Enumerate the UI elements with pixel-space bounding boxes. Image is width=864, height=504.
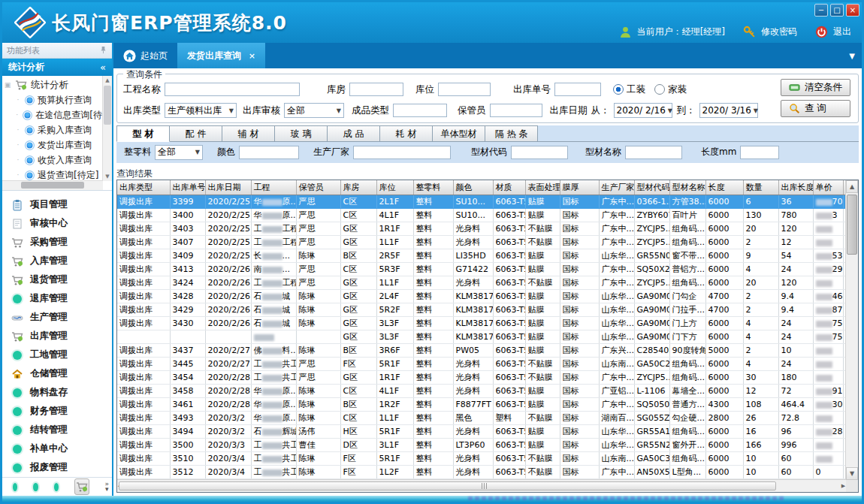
order-no-input[interactable] <box>554 83 601 96</box>
sidebar-item-reorder-center[interactable]: 补单中心 <box>2 439 112 458</box>
cart-quick-button[interactable] <box>74 478 89 495</box>
column-header[interactable]: 库位 <box>376 180 413 195</box>
tree-vertical-scrollbar[interactable]: ▲▼ <box>102 76 112 181</box>
column-header[interactable]: 出库日期 <box>205 180 251 195</box>
sidebar-item-production-management[interactable]: 生产管理 <box>2 308 112 327</box>
tree-item-receipt-inbound-query[interactable]: ·收货入库查询 <box>4 152 102 167</box>
column-header[interactable]: 膜厚 <box>560 180 599 195</box>
quick-dot-icon[interactable] <box>33 483 38 491</box>
sidebar-item-returns-management[interactable]: 退货管理 <box>2 270 112 289</box>
tab-shipment-outbound-query[interactable]: 发货出库查询 × <box>177 43 265 68</box>
sidebar-item-outbound-management[interactable]: 出库管理 <box>2 327 112 346</box>
tab-consumables[interactable]: 耗 材 <box>380 125 433 142</box>
tree-expander-icon[interactable]: ▣ <box>4 81 11 89</box>
location-input[interactable] <box>438 83 491 96</box>
table-row[interactable]: 调拨出库34582020/2/28华原...陈琳C区4L1F整料光身料6063-… <box>117 385 846 398</box>
whole-part-select[interactable]: 全部▼ <box>155 145 203 160</box>
table-row[interactable]: 调拨出库35102020/3/4工共工程陈琳F区5R1F整料光身料6063-T5… <box>117 452 846 466</box>
table-row[interactable]: 调拨出库34092020/2/25长...陈琳B区2R5F整料LI35HD606… <box>117 249 846 263</box>
tab-single-profile[interactable]: 单体型材 <box>433 125 485 142</box>
manufacturer-input[interactable] <box>353 146 451 159</box>
column-header[interactable]: 型材名称 <box>669 180 705 195</box>
sidebar-item-project-management[interactable]: 项目管理 <box>2 195 112 214</box>
search-button[interactable]: 查 询 <box>781 100 850 117</box>
table-row[interactable]: 调拨出库35122020/3/4工共工程陈琳F区1L2F整料光身料6063-T5… <box>117 466 846 479</box>
column-header[interactable]: 颜色 <box>453 180 493 195</box>
warehouse-input[interactable] <box>349 83 403 96</box>
sidebar-item-carryover-management[interactable]: 结转管理 <box>2 421 112 439</box>
table-row[interactable]: 调拨出库34032020/2/25工工程严思G区1R1F整料光身料6063-T5… <box>117 222 846 236</box>
tree-horizontal-scrollbar[interactable] <box>2 180 103 190</box>
table-row[interactable]: 调拨出库34302020/2/26石城陈琳G区3L3F整料KLM38176063… <box>117 317 846 330</box>
date-from-picker[interactable]: 2020/ 2/16▼ <box>614 103 672 118</box>
collapse-sidebar-button[interactable]: « <box>100 62 106 73</box>
out-type-select[interactable]: 生产领料出库▼ <box>165 103 237 118</box>
splitter-grip[interactable] <box>482 483 488 489</box>
column-header[interactable]: 出库单号 <box>170 180 205 195</box>
table-row[interactable]: 调拨出库34372020/2/27佛料...陈琳B区3R6F整料PW056063… <box>117 344 846 358</box>
tab-fittings[interactable]: 配 件 <box>170 125 222 142</box>
table-row[interactable]: 调拨出库34282020/2/26石城陈琳G区2L4F整料KLM38176063… <box>117 290 846 303</box>
column-header[interactable]: 工程 <box>251 180 296 195</box>
tree-item-purchase-inbound-query[interactable]: ·采购入库查询 <box>4 122 102 137</box>
table-row[interactable]: 调拨出库34292020/2/26石城陈琳G区5R2F整料KLM38176063… <box>117 303 846 317</box>
tab-list-caret-icon[interactable]: ▼ <box>849 52 862 60</box>
table-row[interactable]: 调拨出库34942020/3/2石辉城汤伟H区5R1F整料光身料6063-T5贴… <box>117 425 846 439</box>
minimize-button[interactable]: − <box>814 4 828 17</box>
tab-finished[interactable]: 成 品 <box>328 125 380 142</box>
audit-select[interactable]: 全部▼ <box>284 103 344 118</box>
tree-item-shipment-outbound-query[interactable]: ·发货出库查询 <box>4 137 102 152</box>
toolbar-overflow-button[interactable]: »▾ <box>105 481 110 492</box>
tab-thermal-strip[interactable]: 隔 热 条 <box>485 125 538 142</box>
column-header[interactable]: 长度 <box>705 180 743 195</box>
sidebar-item-purchase-management[interactable]: 采购管理 <box>2 233 112 252</box>
column-header[interactable]: 单价 <box>813 180 843 195</box>
column-header[interactable]: 出库长度 <box>778 180 813 195</box>
table-row[interactable]: 调拨出库34002020/2/25华原...严思C区4L1F整料SU10...6… <box>117 209 846 222</box>
maximize-button[interactable]: □ <box>830 4 844 17</box>
profile-name-input[interactable] <box>625 146 682 159</box>
pin-icon[interactable] <box>99 46 107 55</box>
logout-link[interactable]: 退出 <box>833 26 851 38</box>
column-header[interactable]: 数量 <box>743 180 778 195</box>
grid-horizontal-scrollbar[interactable]: ◀ ▶ <box>117 479 846 492</box>
hscroll-thumb[interactable] <box>119 481 776 490</box>
project-name-input[interactable] <box>165 83 300 96</box>
color-input[interactable] <box>239 146 299 159</box>
radio-home-decoration[interactable]: 家装 <box>654 83 687 96</box>
profile-code-input[interactable] <box>511 146 568 159</box>
sidebar-item-scrap-management[interactable]: 报废管理 <box>2 458 112 477</box>
tree-root[interactable]: ▣ 统计分析 <box>4 77 102 92</box>
tab-glass[interactable]: 玻 璃 <box>275 125 328 142</box>
tree-item-budget-execution-query[interactable]: ·预算执行查询 <box>4 92 102 107</box>
date-to-picker[interactable]: 2020/ 3/16▼ <box>699 103 758 118</box>
tree-item-returns-query[interactable]: ·退货查询[待定] <box>4 167 102 181</box>
sidebar-item-finance-management[interactable]: 财务管理 <box>2 402 112 421</box>
quick-dot-icon[interactable] <box>54 483 59 491</box>
table-row[interactable]: 调拨出库34542020/2/28工共工程严思G区1R1F整料光身料6063-T… <box>117 371 846 385</box>
product-type-input[interactable] <box>393 104 447 117</box>
tab-home[interactable]: 起始页 <box>113 43 177 68</box>
table-row[interactable]: 调拨出库34932020/3/2华原...陈琳C区1L1F整料黑色塑料不贴膜国标… <box>117 412 846 425</box>
tree-item-in-transit-info-query[interactable]: ·在途信息查询[待 <box>4 107 102 122</box>
change-password-link[interactable]: 修改密码 <box>761 26 797 38</box>
column-header[interactable]: 库房 <box>340 180 376 195</box>
sidebar-item-audit-center[interactable]: 审核中心 <box>2 214 112 233</box>
quick-dot-icon[interactable] <box>13 483 17 491</box>
table-row[interactable]: 调拨出库34132020/2/26南...严思C区5R3F整料G71422606… <box>117 263 846 276</box>
table-row[interactable]: 调拨出库34612020/2/28华原...陈琳B区1R2F整料F8877FT6… <box>117 398 846 412</box>
sidebar-item-return-to-warehouse-management[interactable]: 退库管理 <box>2 289 112 308</box>
sidebar-item-site-management[interactable]: 工地管理 <box>2 346 112 364</box>
vscroll-thumb[interactable] <box>847 195 857 255</box>
tab-profile[interactable]: 型 材 <box>116 125 170 142</box>
close-button[interactable]: × <box>846 4 859 17</box>
sidebar-item-warehouse-management[interactable]: 仓储管理 <box>2 364 112 383</box>
column-header[interactable]: 保管员 <box>296 180 340 195</box>
clear-conditions-button[interactable]: 清空条件 <box>781 79 850 96</box>
radio-work-clothes[interactable]: 工装 <box>613 83 645 96</box>
sidebar-item-material-inventory[interactable]: 物料盘存 <box>2 383 112 402</box>
column-header[interactable]: 材质 <box>493 180 525 195</box>
table-row[interactable]: 调拨出库33992020/2/25华原...严思C区2L1F整料SU10...6… <box>117 195 846 209</box>
table-row[interactable]: 调拨出库35002020/3/3工共工程曹佳D区3L1F整料LT3P606063… <box>117 439 846 452</box>
table-row[interactable]: 调拨出库34452020/2/27工共工程严思F区5R1F整料光身料6063-T… <box>117 358 846 371</box>
